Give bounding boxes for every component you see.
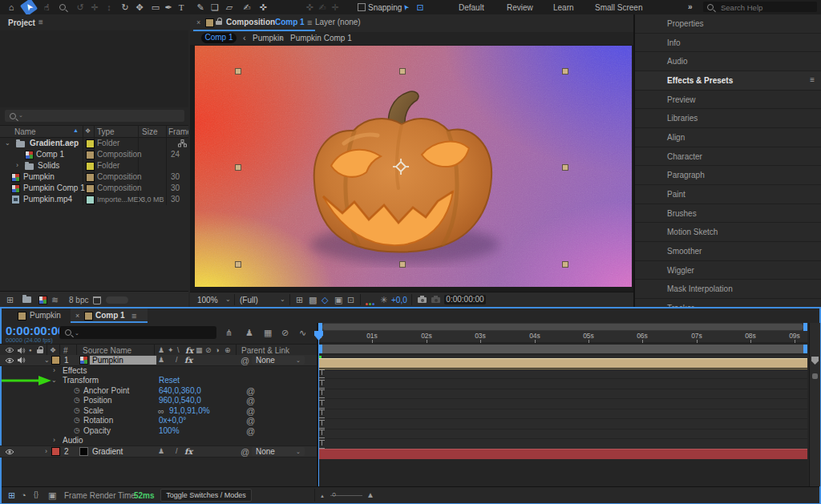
- live-update-icon[interactable]: ⊞: [8, 491, 15, 500]
- workspace-tab-learn[interactable]: Learn: [553, 3, 574, 13]
- chevron-right-icon[interactable]: ›: [53, 367, 55, 374]
- panel-tab-wiggler[interactable]: Wiggler: [635, 261, 821, 280]
- region-of-interest-icon[interactable]: ▣: [334, 296, 342, 304]
- rotate-tool-icon[interactable]: ↻: [119, 1, 131, 14]
- breadcrumb-pumpkin-comp-1[interactable]: Pumpkin Comp 1: [290, 34, 352, 43]
- chevron-right-icon[interactable]: ›: [16, 162, 18, 169]
- link-dimensions-icon[interactable]: ∞: [158, 407, 164, 416]
- workspace-overflow-icon[interactable]: »: [688, 2, 693, 12]
- eraser-tool-icon[interactable]: ▱: [223, 1, 236, 14]
- work-area-bar[interactable]: [318, 345, 807, 353]
- always-preview-icon[interactable]: ⊞: [296, 296, 303, 304]
- parent-pickwhip-icon[interactable]: @: [241, 357, 249, 365]
- layer-name-selected[interactable]: Pumpkin: [90, 356, 156, 365]
- project-row-comp-1[interactable]: Comp 1 Composition 24: [0, 149, 188, 160]
- toggle-switches-button[interactable]: Toggle Switches / Modes: [160, 489, 252, 502]
- type-tool-icon[interactable]: T: [175, 1, 188, 14]
- hide-shy-layers-icon[interactable]: ♟: [245, 329, 253, 337]
- graph-editor-icon[interactable]: ∿: [299, 329, 306, 337]
- project-row-gradient-aep[interactable]: ⌄ Gradient.aep Folder: [0, 138, 188, 149]
- property-row-anchor-point[interactable]: ◷ Anchor Point 640,0,360,0 @: [0, 385, 317, 396]
- property-row-position[interactable]: ◷ Position 960,0,540,0 @: [0, 396, 317, 405]
- panel-tab-motion-sketch[interactable]: Motion Sketch: [635, 223, 821, 242]
- property-value[interactable]: 100%: [159, 426, 180, 436]
- tab-label[interactable]: Comp 1: [95, 311, 125, 321]
- reset-exposure-icon[interactable]: ✳: [380, 296, 387, 304]
- panel-menu-icon[interactable]: ≡: [131, 312, 136, 321]
- viewer-tab-title[interactable]: Composition: [226, 18, 275, 27]
- label-swatch[interactable]: [86, 151, 95, 159]
- resolution-select[interactable]: (Full): [240, 296, 258, 305]
- stopwatch-icon[interactable]: ◷: [74, 427, 80, 434]
- hand-tool-icon[interactable]: ☝: [40, 1, 53, 14]
- item-name[interactable]: Comp 1: [36, 150, 64, 159]
- label-swatch[interactable]: [86, 162, 95, 171]
- expression-pickwhip-icon[interactable]: @: [246, 427, 255, 436]
- timeline-tab-pumpkin[interactable]: Pumpkin: [30, 311, 61, 321]
- stopwatch-icon[interactable]: ◷: [74, 407, 80, 414]
- panel-tab-properties[interactable]: Properties: [635, 14, 821, 34]
- shy-switch-icon[interactable]: ♟: [158, 357, 164, 364]
- panel-tab-paint[interactable]: Paint: [635, 185, 821, 204]
- expression-pickwhip-icon[interactable]: @: [246, 407, 255, 416]
- panel-tab-smoother[interactable]: Smoother: [635, 242, 821, 261]
- pan-behind-tool-icon[interactable]: ✥: [133, 1, 146, 14]
- pen-tool-icon[interactable]: ✒: [162, 1, 175, 14]
- lock-icon[interactable]: [216, 21, 222, 25]
- transform-reset-button[interactable]: Reset: [159, 376, 180, 385]
- chevron-down-icon[interactable]: ⌄: [5, 140, 10, 147]
- project-row-pumpkin-mp4[interactable]: Pumpkin.mp4 Importe...MEX 3,0 MB 30: [0, 194, 188, 205]
- project-search-box[interactable]: ⌄: [5, 110, 184, 122]
- panel-tab-character[interactable]: Character: [635, 147, 821, 167]
- label-swatch[interactable]: [86, 184, 95, 193]
- property-value[interactable]: 960,0,540,0: [159, 396, 201, 405]
- timeline-tab-comp-1[interactable]: × Comp 1 ≡: [71, 308, 148, 323]
- panel-tab-brushes[interactable]: Brushes: [635, 204, 821, 224]
- composition-canvas[interactable]: [190, 45, 633, 292]
- home-icon[interactable]: ⌂: [5, 1, 18, 14]
- puppet-pin-tool-icon[interactable]: ✜: [257, 1, 269, 14]
- color-depth-label[interactable]: 8 bpc: [69, 296, 88, 305]
- stopwatch-icon[interactable]: ◷: [74, 397, 80, 404]
- time-navigator[interactable]: [318, 323, 807, 331]
- layer-label-swatch[interactable]: [51, 447, 60, 456]
- panel-tab-libraries[interactable]: Libraries: [635, 109, 821, 128]
- panel-tab-effects-presets[interactable]: Effects & Presets ≡: [635, 71, 821, 91]
- item-name[interactable]: Pumpkin.mp4: [23, 195, 72, 204]
- mask-visibility-icon[interactable]: ◇: [322, 296, 328, 304]
- chevron-down-icon[interactable]: ⌄: [44, 357, 50, 364]
- interpret-footage-icon[interactable]: ⊞: [6, 296, 14, 304]
- exposure-value[interactable]: +0,0: [391, 296, 407, 305]
- panel-menu-icon[interactable]: ≡: [810, 76, 815, 84]
- project-row-solids[interactable]: › Solids Folder: [0, 160, 188, 171]
- project-row-pumpkin-comp-1[interactable]: Pumpkin Comp 1 Composition 30: [0, 183, 188, 194]
- layer-row-pumpkin[interactable]: ⌄ 1 Pumpkin ♟ / fx @ None ⌄: [0, 355, 317, 366]
- preview-time[interactable]: 0:00:00:00: [444, 295, 486, 304]
- viewer-tab-comp-name[interactable]: Comp 1: [275, 18, 305, 27]
- draft-3d-icon[interactable]: ◔: [21, 491, 26, 500]
- snapshot-icon[interactable]: [418, 297, 427, 303]
- panel-tab-paragraph[interactable]: Paragraph: [635, 166, 821, 185]
- fx-switch-icon[interactable]: fx: [184, 447, 192, 457]
- property-label[interactable]: Anchor Point: [83, 386, 129, 396]
- guides-icon[interactable]: ⊡: [347, 296, 354, 304]
- workspace-tab-review[interactable]: Review: [507, 3, 533, 13]
- comp-marker-icon[interactable]: [811, 357, 819, 365]
- video-visibility-icon[interactable]: [5, 449, 14, 455]
- workspace-tab-default[interactable]: Default: [459, 3, 484, 13]
- property-label[interactable]: Scale: [83, 406, 103, 416]
- property-row-scale[interactable]: ◷ Scale ∞ 91,0,91,0% @: [0, 405, 317, 416]
- close-icon[interactable]: ×: [75, 312, 79, 320]
- sort-ascending-icon[interactable]: ▲: [73, 127, 79, 134]
- item-name[interactable]: Pumpkin Comp 1: [23, 183, 85, 193]
- parent-dropdown[interactable]: None ⌄: [252, 356, 305, 365]
- label-swatch[interactable]: [86, 173, 95, 182]
- property-row-opacity[interactable]: ◷ Opacity 100% @: [0, 425, 317, 436]
- item-name[interactable]: Solids: [38, 161, 59, 171]
- property-value[interactable]: 91,0,91,0%: [169, 406, 210, 416]
- mini-flowchart-icon[interactable]: ⋔: [225, 329, 233, 337]
- chevron-right-icon[interactable]: ›: [53, 437, 55, 444]
- zoom-out-mountain-icon[interactable]: ▲: [320, 494, 325, 498]
- stopwatch-icon[interactable]: ◷: [74, 387, 80, 394]
- audio-enabled-icon[interactable]: [17, 357, 26, 364]
